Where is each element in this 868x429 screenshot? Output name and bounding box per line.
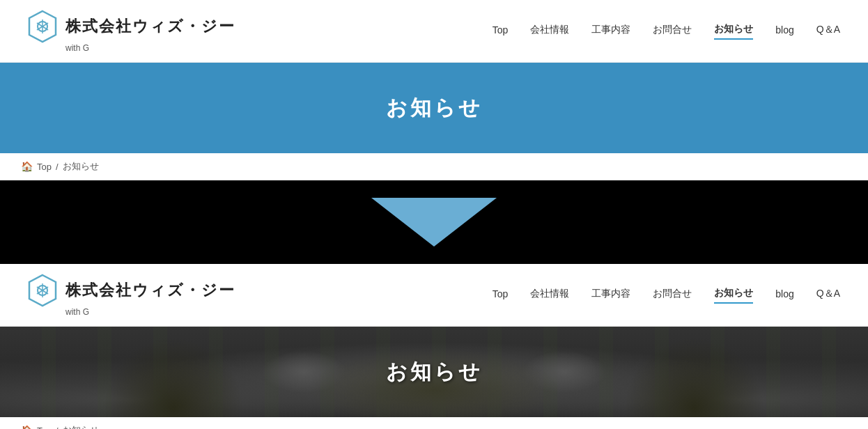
breadcrumb-2: 🏠 Top / お知らせ bbox=[0, 417, 868, 429]
company-sub: with G bbox=[65, 43, 89, 53]
down-arrow-icon bbox=[371, 198, 497, 247]
logo-row: 株式会社ウィズ・ジー bbox=[28, 10, 235, 43]
breadcrumb: 🏠 Top / お知らせ bbox=[0, 153, 868, 180]
breadcrumb-top-2[interactable]: Top bbox=[37, 426, 52, 430]
nav-construction-2[interactable]: 工事内容 bbox=[591, 288, 630, 303]
page-title-2: お知らせ bbox=[386, 358, 483, 387]
hero-banner: お知らせ bbox=[0, 63, 868, 153]
nav-news-2[interactable]: お知らせ bbox=[714, 287, 753, 304]
nav-company-2[interactable]: 会社情報 bbox=[530, 288, 569, 303]
company-sub-2: with G bbox=[65, 307, 89, 317]
logo-icon-2 bbox=[28, 274, 57, 307]
nav-contact-2[interactable]: お問合せ bbox=[653, 288, 692, 303]
home-icon-2: 🏠 bbox=[21, 425, 33, 429]
nav-top-2[interactable]: Top bbox=[493, 288, 509, 302]
breadcrumb-current-2: お知らせ bbox=[63, 424, 99, 429]
nav-construction[interactable]: 工事内容 bbox=[591, 24, 630, 39]
first-site-wrapper: 株式会社ウィズ・ジー with G Top 会社情報 工事内容 お問合せ お知ら… bbox=[0, 0, 868, 180]
nav-blog[interactable]: blog bbox=[775, 24, 793, 38]
main-nav: Top 会社情報 工事内容 お問合せ お知らせ blog Q＆A bbox=[493, 23, 840, 40]
main-nav-2: Top 会社情報 工事内容 お問合せ お知らせ blog Q＆A bbox=[493, 287, 840, 304]
logo-area-2: 株式会社ウィズ・ジー with G bbox=[28, 274, 235, 317]
breadcrumb-top[interactable]: Top bbox=[37, 162, 52, 172]
home-icon: 🏠 bbox=[21, 161, 33, 172]
hero-banner-2: お知らせ bbox=[0, 327, 868, 417]
nav-contact[interactable]: お問合せ bbox=[653, 24, 692, 39]
nav-qa-2[interactable]: Q＆A bbox=[816, 288, 840, 303]
nav-news[interactable]: お知らせ bbox=[714, 23, 753, 40]
nav-company[interactable]: 会社情報 bbox=[530, 24, 569, 39]
logo-icon bbox=[28, 10, 57, 43]
breadcrumb-separator: / bbox=[56, 162, 59, 172]
company-name-2: 株式会社ウィズ・ジー bbox=[65, 280, 235, 301]
logo-row-2: 株式会社ウィズ・ジー bbox=[28, 274, 235, 307]
breadcrumb-current: お知らせ bbox=[63, 160, 99, 173]
second-site-wrapper: 株式会社ウィズ・ジー with G Top 会社情報 工事内容 お問合せ お知ら… bbox=[0, 264, 868, 429]
arrow-section bbox=[0, 180, 868, 264]
company-name: 株式会社ウィズ・ジー bbox=[65, 16, 235, 37]
header2: 株式会社ウィズ・ジー with G Top 会社情報 工事内容 お問合せ お知ら… bbox=[0, 264, 868, 327]
logo-area: 株式会社ウィズ・ジー with G bbox=[28, 10, 235, 53]
header: 株式会社ウィズ・ジー with G Top 会社情報 工事内容 お問合せ お知ら… bbox=[0, 0, 868, 63]
page-title: お知らせ bbox=[386, 94, 483, 123]
nav-qa[interactable]: Q＆A bbox=[816, 24, 840, 39]
breadcrumb-separator-2: / bbox=[56, 426, 59, 430]
nav-top[interactable]: Top bbox=[493, 24, 509, 38]
nav-blog-2[interactable]: blog bbox=[775, 288, 793, 302]
